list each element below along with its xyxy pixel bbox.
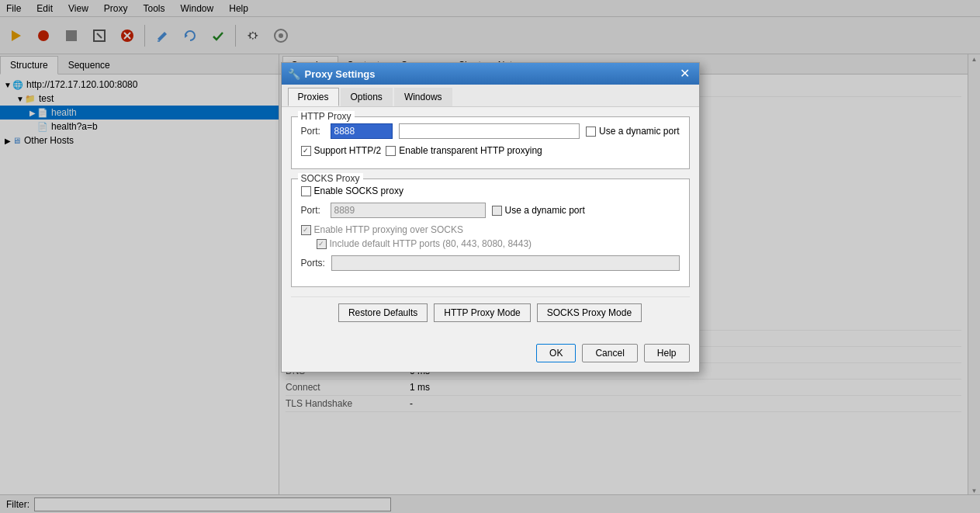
dialog-title-label: Proxy Settings [305, 68, 376, 80]
socks-dynamic-port-item: Use a dynamic port [492, 205, 585, 216]
socks-dynamic-port-label: Use a dynamic port [505, 205, 585, 216]
support-http2-checkbox[interactable] [301, 146, 311, 156]
http-proxy-legend: HTTP Proxy [298, 111, 355, 122]
socks-proxy-legend: SOCKS Proxy [298, 173, 363, 184]
enable-transparent-label: Enable transparent HTTP proxying [399, 145, 542, 156]
socks-proxy-fieldset: SOCKS Proxy Enable SOCKS proxy Port: Use… [291, 179, 690, 287]
http-port-row: Port: Use a dynamic port [301, 123, 680, 139]
dialog-body: HTTP Proxy Port: Use a dynamic port Supp… [282, 107, 699, 338]
include-default-item: Include default HTTP ports (80, 443, 808… [317, 238, 532, 249]
socks-proxy-mode-button[interactable]: SOCKS Proxy Mode [537, 303, 642, 322]
include-default-row: Include default HTTP ports (80, 443, 808… [301, 238, 680, 249]
socks-port-input[interactable] [331, 203, 486, 218]
enable-socks-label: Enable SOCKS proxy [314, 185, 403, 196]
support-http2-item: Support HTTP/2 [301, 145, 382, 156]
socks-dynamic-port-checkbox[interactable] [492, 206, 502, 216]
http-proxy-mode-button[interactable]: HTTP Proxy Mode [434, 303, 530, 322]
enable-socks-item: Enable SOCKS proxy [301, 185, 403, 196]
enable-socks-checkbox[interactable] [301, 186, 311, 196]
modal-overlay: 🔧 Proxy Settings ✕ Proxies Options Windo… [0, 0, 980, 513]
http-port-label: Port: [301, 126, 324, 137]
enable-http-socks-row: Enable HTTP proxying over SOCKS [301, 224, 680, 235]
enable-socks-row: Enable SOCKS proxy [301, 185, 680, 196]
socks-port-row: Port: Use a dynamic port [301, 203, 680, 218]
dialog-title-bar: 🔧 Proxy Settings ✕ [282, 63, 699, 85]
dialog-tab-bar: Proxies Options Windows [282, 85, 699, 107]
dialog-title-text: 🔧 Proxy Settings [288, 68, 376, 80]
dialog-tab-windows[interactable]: Windows [394, 88, 452, 106]
enable-http-socks-item: Enable HTTP proxying over SOCKS [301, 224, 464, 235]
support-http2-label: Support HTTP/2 [314, 145, 382, 156]
dialog-close-button[interactable]: ✕ [677, 66, 693, 81]
help-button[interactable]: Help [644, 344, 690, 362]
http-host-input[interactable] [399, 123, 580, 139]
include-default-checkbox[interactable] [317, 239, 327, 249]
use-dynamic-port-label: Use a dynamic port [599, 126, 679, 137]
proxy-settings-dialog: 🔧 Proxy Settings ✕ Proxies Options Windo… [281, 62, 700, 373]
enable-transparent-checkbox[interactable] [386, 146, 396, 156]
socks-ports-input[interactable] [331, 255, 680, 271]
restore-defaults-button[interactable]: Restore Defaults [338, 303, 428, 322]
dialog-tab-proxies[interactable]: Proxies [288, 88, 339, 106]
enable-http-socks-label: Enable HTTP proxying over SOCKS [314, 224, 464, 235]
enable-transparent-item: Enable transparent HTTP proxying [386, 145, 542, 156]
socks-ports-label: Ports: [301, 258, 325, 269]
dialog-tab-options[interactable]: Options [341, 88, 393, 106]
dialog-footer-buttons: OK Cancel Help [282, 338, 699, 372]
http-proxy-fieldset: HTTP Proxy Port: Use a dynamic port Supp… [291, 116, 690, 169]
mode-buttons: Restore Defaults HTTP Proxy Mode SOCKS P… [291, 296, 690, 328]
ok-button[interactable]: OK [536, 344, 576, 362]
use-dynamic-port-row: Use a dynamic port [586, 126, 679, 137]
http-port-input[interactable] [331, 123, 393, 139]
cancel-button[interactable]: Cancel [582, 344, 637, 362]
include-default-label: Include default HTTP ports (80, 443, 808… [330, 238, 532, 249]
socks-port-label: Port: [301, 205, 324, 216]
socks-ports-row: Ports: [301, 255, 680, 271]
enable-http-socks-checkbox[interactable] [301, 225, 311, 235]
http-options-row: Support HTTP/2 Enable transparent HTTP p… [301, 145, 680, 156]
use-dynamic-port-checkbox[interactable] [586, 127, 596, 137]
dialog-icon: 🔧 [288, 68, 300, 80]
